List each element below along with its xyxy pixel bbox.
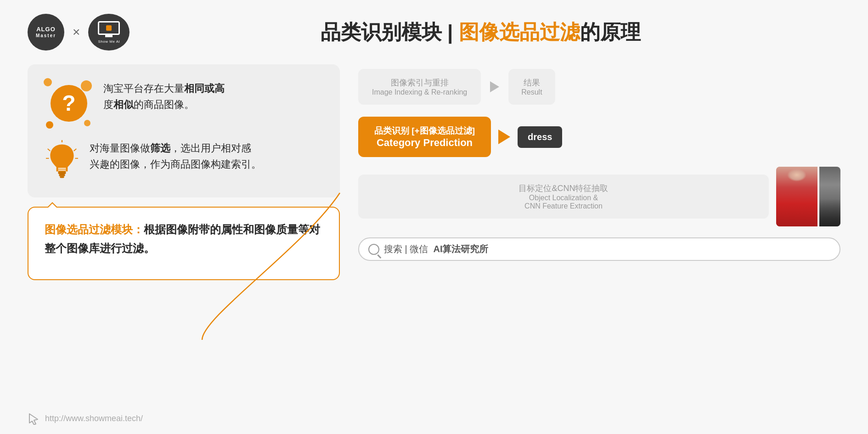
page-title-highlight: 图像选品过滤 [459,21,580,43]
localization-en-text-1: Object Localization & [372,194,755,202]
page-title-suffix: 的原理 [580,21,641,43]
localization-row: 目标定位&CNN特征抽取 Object Localization & CNN F… [358,167,840,226]
question-text-part1: 淘宝平台存在大量相同或高 [103,83,225,94]
monitor-icon [98,21,120,35]
algo-text: ALGO [36,26,56,33]
svg-line-3 [48,149,51,151]
svg-rect-9 [58,171,66,174]
category-box: 品类识别 [+图像选品过滤] Category Prediction [358,117,491,157]
indexing-row: 图像索引与重排 Image Indexing & Re-ranking 结果 R… [358,69,840,105]
indexing-arrow [490,81,499,92]
question-section: ? 淘宝平台存在大量相同或高 度相似的商品图像。 [44,78,324,129]
question-circle: ? [51,85,87,122]
svg-rect-10 [59,174,65,176]
header: ALGO Master × Show Me AI 品类识别模块 | 图像选品过滤… [0,0,868,55]
lightbulb-svg [46,140,78,181]
search-box: 搜索 | 微信 AI算法研究所 [358,237,840,261]
search-bold-text: AI算法研究所 [433,244,488,254]
page-title-normal: 品类识别模块 | [321,21,459,43]
cursor-icon [28,412,40,425]
question-mark: ? [62,92,75,114]
dot-decoration-4 [46,121,53,129]
bottom-info-box: 图像选品过滤模块：根据图像附带的属性和图像质量等对整个图像库进行过滤。 [28,207,340,280]
footer: http://www.showmeai.tech/ [28,412,143,425]
indexing-box: 图像索引与重排 Image Indexing & Re-ranking [358,69,481,105]
svg-line-5 [74,149,77,151]
search-icon [368,244,379,255]
show-me-logo: Show Me AI [88,14,130,51]
page-title: 品类识别模块 | 图像选品过滤的原理 [130,19,831,46]
localization-box: 目标定位&CNN特征抽取 Object Localization & CNN F… [358,175,769,219]
result-en-text: Result [521,88,542,96]
result-box: 结果 Result [508,69,555,105]
lightbulb-section: 对海量图像做筛选，选出用户相对感兴趣的图像，作为商品图像构建索引。 [44,138,324,184]
logo-area: ALGO Master × Show Me AI [28,14,130,51]
category-cn-text: 品类识别 [+图像选品过滤] [374,125,475,137]
question-text-part2: 度相似的商品图像。 [103,99,194,110]
dot-decoration-3 [84,120,90,126]
show-me-logo-text: Show Me AI [98,39,120,44]
localization-en-text-2: CNN Feature Extraction [372,202,755,210]
main-content: ? 淘宝平台存在大量相同或高 度相似的商品图像。 [0,55,868,425]
fashion-images [776,167,840,226]
svg-rect-11 [60,176,64,178]
localization-cn-text: 目标定位&CNN特征抽取 [372,183,755,194]
result-cn-text: 结果 [521,77,542,88]
search-text: 搜索 | 微信 AI算法研究所 [384,243,488,255]
lightbulb-icon [44,138,80,184]
fashion-image-2 [819,167,840,226]
dress-tag: dress [518,126,562,148]
bottom-info-text: 图像选品过滤模块：根据图像附带的属性和图像质量等对整个图像库进行过滤。 [45,220,323,258]
indexing-cn-text: 图像索引与重排 [372,77,467,88]
bottom-info-label: 图像选品过滤模块： [45,223,144,236]
right-panel: 图像索引与重排 Image Indexing & Re-ranking 结果 R… [358,64,840,416]
footer-url: http://www.showmeai.tech/ [45,414,143,423]
indexing-en-text: Image Indexing & Re-ranking [372,88,467,96]
dot-decoration-1 [44,78,52,86]
monitor-screen [106,25,112,31]
search-bar-row: 搜索 | 微信 AI算法研究所 [358,237,840,261]
lightbulb-text: 对海量图像做筛选，选出用户相对感兴趣的图像，作为商品图像构建索引。 [90,138,261,172]
algo-master-logo: ALGO Master [28,14,64,51]
master-text: Master [36,33,56,39]
category-row: 品类识别 [+图像选品过滤] Category Prediction dress [358,117,840,157]
x-symbol: × [73,25,80,39]
question-icon: ? [44,78,94,129]
dot-decoration-2 [81,80,92,91]
fashion-image-1 [776,167,817,226]
question-text: 淘宝平台存在大量相同或高 度相似的商品图像。 [103,78,225,113]
category-arrow [498,130,510,144]
left-panel: ? 淘宝平台存在大量相同或高 度相似的商品图像。 [28,64,340,416]
top-info-box: ? 淘宝平台存在大量相同或高 度相似的商品图像。 [28,64,340,197]
category-en-text: Category Prediction [374,137,475,149]
